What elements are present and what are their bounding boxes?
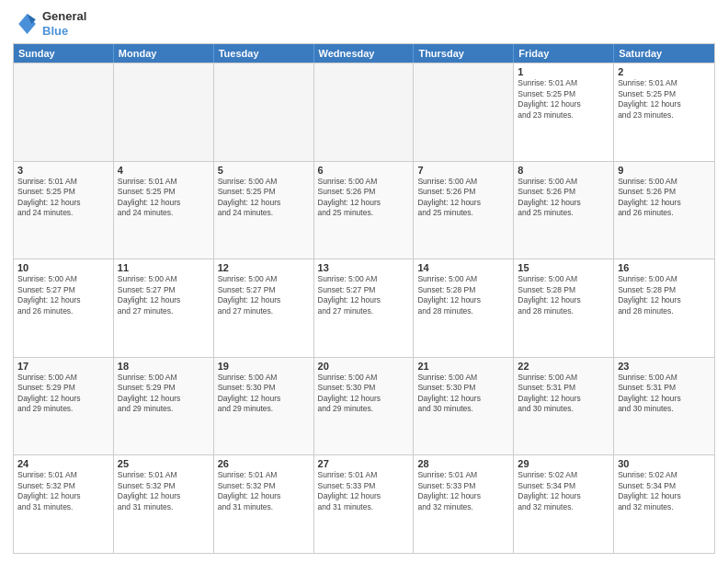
calendar-cell: 26Sunrise: 5:01 AM Sunset: 5:32 PM Dayli… [214, 455, 314, 553]
day-number: 2 [618, 66, 711, 77]
day-number: 14 [417, 262, 509, 273]
calendar-cell: 12Sunrise: 5:00 AM Sunset: 5:27 PM Dayli… [214, 259, 314, 357]
day-number: 27 [318, 458, 410, 469]
weekday-header: Tuesday [214, 44, 314, 63]
weekday-header: Sunday [14, 44, 114, 63]
day-info: Sunrise: 5:00 AM Sunset: 5:26 PM Dayligh… [417, 177, 509, 219]
calendar-cell: 22Sunrise: 5:00 AM Sunset: 5:31 PM Dayli… [514, 358, 614, 455]
calendar-cell: 23Sunrise: 5:00 AM Sunset: 5:31 PM Dayli… [614, 358, 714, 455]
calendar-cell: 6Sunrise: 5:00 AM Sunset: 5:26 PM Daylig… [314, 162, 415, 259]
weekday-header: Monday [114, 44, 214, 63]
calendar-cell [114, 63, 214, 161]
calendar-cell [14, 63, 114, 161]
day-info: Sunrise: 5:00 AM Sunset: 5:28 PM Dayligh… [618, 274, 711, 316]
calendar-cell: 14Sunrise: 5:00 AM Sunset: 5:28 PM Dayli… [414, 259, 514, 357]
calendar-cell: 3Sunrise: 5:01 AM Sunset: 5:25 PM Daylig… [14, 162, 114, 259]
day-info: Sunrise: 5:01 AM Sunset: 5:25 PM Dayligh… [17, 177, 109, 219]
day-number: 21 [417, 361, 509, 372]
calendar-cell: 4Sunrise: 5:01 AM Sunset: 5:25 PM Daylig… [114, 162, 214, 259]
weekday-header: Wednesday [314, 44, 415, 63]
day-number: 12 [218, 262, 310, 273]
calendar-cell: 24Sunrise: 5:01 AM Sunset: 5:32 PM Dayli… [14, 455, 114, 553]
day-number: 28 [417, 458, 509, 469]
day-number: 20 [318, 361, 410, 372]
calendar-cell: 5Sunrise: 5:00 AM Sunset: 5:25 PM Daylig… [214, 162, 314, 259]
day-number: 4 [118, 165, 210, 176]
day-info: Sunrise: 5:01 AM Sunset: 5:32 PM Dayligh… [17, 470, 109, 512]
header: General Blue [13, 9, 715, 38]
calendar-row: 3Sunrise: 5:01 AM Sunset: 5:25 PM Daylig… [14, 161, 714, 259]
day-number: 25 [118, 458, 210, 469]
calendar-cell: 21Sunrise: 5:00 AM Sunset: 5:30 PM Dayli… [414, 358, 514, 455]
calendar-cell [414, 63, 514, 161]
day-number: 29 [518, 458, 609, 469]
calendar-row: 10Sunrise: 5:00 AM Sunset: 5:27 PM Dayli… [14, 259, 714, 357]
calendar-cell: 15Sunrise: 5:00 AM Sunset: 5:28 PM Dayli… [514, 259, 614, 357]
day-info: Sunrise: 5:02 AM Sunset: 5:34 PM Dayligh… [518, 470, 609, 512]
calendar-header: SundayMondayTuesdayWednesdayThursdayFrid… [14, 44, 714, 63]
weekday-header: Saturday [614, 44, 714, 63]
day-info: Sunrise: 5:00 AM Sunset: 5:27 PM Dayligh… [17, 274, 109, 316]
calendar-row: 24Sunrise: 5:01 AM Sunset: 5:32 PM Dayli… [14, 454, 714, 553]
weekday-header: Friday [514, 44, 614, 63]
logo: General Blue [13, 9, 86, 38]
day-number: 13 [318, 262, 410, 273]
day-info: Sunrise: 5:00 AM Sunset: 5:31 PM Dayligh… [518, 373, 609, 415]
day-info: Sunrise: 5:00 AM Sunset: 5:27 PM Dayligh… [218, 274, 310, 316]
day-info: Sunrise: 5:00 AM Sunset: 5:28 PM Dayligh… [518, 274, 609, 316]
calendar-cell: 1Sunrise: 5:01 AM Sunset: 5:25 PM Daylig… [514, 63, 614, 161]
day-number: 3 [17, 165, 109, 176]
day-number: 1 [518, 66, 609, 77]
calendar-cell: 20Sunrise: 5:00 AM Sunset: 5:30 PM Dayli… [314, 358, 415, 455]
day-info: Sunrise: 5:01 AM Sunset: 5:25 PM Dayligh… [518, 78, 609, 121]
calendar-cell: 19Sunrise: 5:00 AM Sunset: 5:30 PM Dayli… [214, 358, 314, 455]
calendar-cell: 2Sunrise: 5:01 AM Sunset: 5:25 PM Daylig… [614, 63, 714, 161]
day-number: 17 [17, 361, 109, 372]
svg-marker-0 [18, 14, 36, 34]
calendar-row: 17Sunrise: 5:00 AM Sunset: 5:29 PM Dayli… [14, 357, 714, 455]
day-info: Sunrise: 5:00 AM Sunset: 5:29 PM Dayligh… [17, 373, 109, 415]
day-number: 7 [417, 165, 509, 176]
calendar-cell: 18Sunrise: 5:00 AM Sunset: 5:29 PM Dayli… [114, 358, 214, 455]
calendar-cell: 17Sunrise: 5:00 AM Sunset: 5:29 PM Dayli… [14, 358, 114, 455]
calendar-cell: 8Sunrise: 5:00 AM Sunset: 5:26 PM Daylig… [514, 162, 614, 259]
day-info: Sunrise: 5:00 AM Sunset: 5:29 PM Dayligh… [118, 373, 210, 415]
calendar-body: 1Sunrise: 5:01 AM Sunset: 5:25 PM Daylig… [14, 63, 714, 553]
day-info: Sunrise: 5:00 AM Sunset: 5:26 PM Dayligh… [318, 177, 410, 219]
calendar-cell: 27Sunrise: 5:01 AM Sunset: 5:33 PM Dayli… [314, 455, 415, 553]
day-info: Sunrise: 5:01 AM Sunset: 5:32 PM Dayligh… [118, 470, 210, 512]
day-info: Sunrise: 5:00 AM Sunset: 5:31 PM Dayligh… [618, 373, 711, 415]
day-info: Sunrise: 5:00 AM Sunset: 5:30 PM Dayligh… [417, 373, 509, 415]
day-number: 18 [118, 361, 210, 372]
day-info: Sunrise: 5:00 AM Sunset: 5:25 PM Dayligh… [218, 177, 310, 219]
day-number: 19 [218, 361, 310, 372]
day-info: Sunrise: 5:01 AM Sunset: 5:25 PM Dayligh… [618, 78, 711, 121]
day-info: Sunrise: 5:00 AM Sunset: 5:27 PM Dayligh… [318, 274, 410, 316]
day-number: 11 [118, 262, 210, 273]
day-number: 16 [618, 262, 711, 273]
calendar-cell: 25Sunrise: 5:01 AM Sunset: 5:32 PM Dayli… [114, 455, 214, 553]
day-info: Sunrise: 5:00 AM Sunset: 5:27 PM Dayligh… [118, 274, 210, 316]
calendar-cell: 16Sunrise: 5:00 AM Sunset: 5:28 PM Dayli… [614, 259, 714, 357]
logo-icon [13, 11, 39, 37]
day-info: Sunrise: 5:01 AM Sunset: 5:33 PM Dayligh… [318, 470, 410, 512]
day-number: 22 [518, 361, 609, 372]
day-info: Sunrise: 5:00 AM Sunset: 5:30 PM Dayligh… [318, 373, 410, 415]
day-number: 6 [318, 165, 410, 176]
calendar-cell: 13Sunrise: 5:00 AM Sunset: 5:27 PM Dayli… [314, 259, 415, 357]
calendar-cell: 30Sunrise: 5:02 AM Sunset: 5:34 PM Dayli… [614, 455, 714, 553]
weekday-header: Thursday [414, 44, 514, 63]
day-info: Sunrise: 5:00 AM Sunset: 5:26 PM Dayligh… [618, 177, 711, 219]
calendar-cell: 10Sunrise: 5:00 AM Sunset: 5:27 PM Dayli… [14, 259, 114, 357]
day-info: Sunrise: 5:01 AM Sunset: 5:33 PM Dayligh… [417, 470, 509, 512]
day-info: Sunrise: 5:00 AM Sunset: 5:26 PM Dayligh… [518, 177, 609, 219]
page: General Blue SundayMondayTuesdayWednesda… [0, 0, 728, 563]
calendar-cell: 29Sunrise: 5:02 AM Sunset: 5:34 PM Dayli… [514, 455, 614, 553]
calendar-cell: 7Sunrise: 5:00 AM Sunset: 5:26 PM Daylig… [414, 162, 514, 259]
day-info: Sunrise: 5:01 AM Sunset: 5:32 PM Dayligh… [218, 470, 310, 512]
day-number: 9 [618, 165, 711, 176]
day-info: Sunrise: 5:00 AM Sunset: 5:28 PM Dayligh… [417, 274, 509, 316]
day-number: 15 [518, 262, 609, 273]
day-info: Sunrise: 5:00 AM Sunset: 5:30 PM Dayligh… [218, 373, 310, 415]
calendar-cell: 28Sunrise: 5:01 AM Sunset: 5:33 PM Dayli… [414, 455, 514, 553]
